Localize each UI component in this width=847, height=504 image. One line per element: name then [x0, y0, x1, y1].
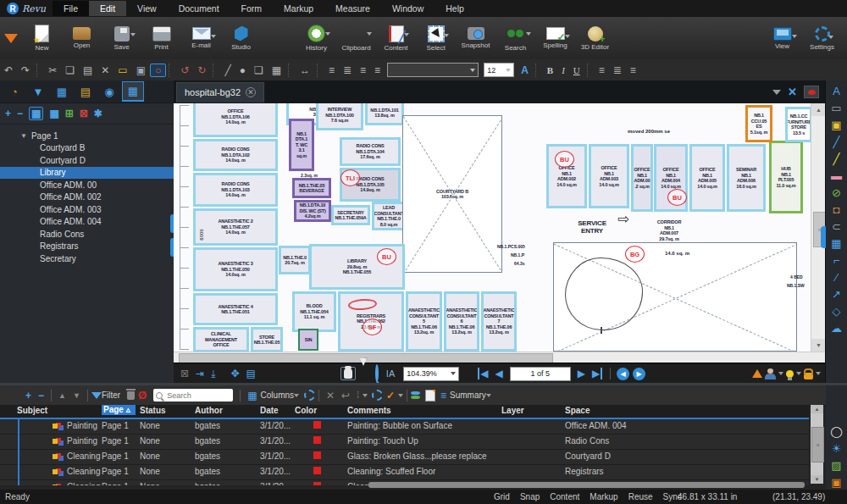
- scroll-down-icon[interactable]: ▼: [811, 339, 826, 352]
- filter-icon[interactable]: [91, 392, 102, 399]
- toolbar-button-clipboard[interactable]: Clipboard: [336, 17, 376, 59]
- columns-icon[interactable]: ▦: [247, 390, 257, 402]
- pages-button[interactable]: ❏: [250, 64, 268, 76]
- select-tool-button[interactable]: [360, 366, 367, 381]
- table-scroll-down-icon[interactable]: ▼: [811, 475, 823, 484]
- dropdown-caret-icon[interactable]: [828, 36, 833, 39]
- list-justify-button[interactable]: ≡: [370, 64, 385, 76]
- export-report-icon[interactable]: [425, 390, 435, 402]
- image-tool-icon[interactable]: ▨: [831, 460, 841, 471]
- column-header-status[interactable]: Status: [140, 406, 166, 415]
- dot-button[interactable]: ●: [235, 64, 250, 76]
- tree-item-office-adm-00[interactable]: Office ADM. 00: [0, 179, 174, 191]
- summary-dropdown-icon[interactable]: [486, 394, 491, 397]
- markup-annotation-bu[interactable]: BU: [377, 248, 396, 265]
- toolbar-button-studio[interactable]: Studio: [221, 17, 261, 59]
- column-header-space[interactable]: Space: [565, 406, 590, 415]
- status-toggle-reuse[interactable]: Reuse: [628, 492, 653, 501]
- next-view-button[interactable]: ▶: [633, 368, 645, 380]
- dimension-button[interactable]: ↔: [296, 64, 314, 76]
- align-center-button[interactable]: ≣: [609, 64, 626, 76]
- toolbar-button-content[interactable]: Content: [376, 17, 416, 59]
- copy-button[interactable]: ❏: [61, 64, 79, 76]
- close-document-button[interactable]: ✕: [788, 86, 797, 98]
- mesh-button[interactable]: ▦: [268, 64, 285, 76]
- table-row-2[interactable]: PaintingPage 1Nonebgates3/1/20...Paintin…: [0, 435, 809, 450]
- status-toggle-snap[interactable]: Snap: [520, 492, 540, 501]
- dropdown-caret-icon[interactable]: [792, 35, 797, 38]
- rotate-cw-button[interactable]: ↻: [193, 64, 210, 76]
- bold-button[interactable]: B: [543, 65, 557, 75]
- tree-item-library[interactable]: Library: [0, 167, 174, 180]
- columns-settings-icon[interactable]: [304, 390, 315, 401]
- hide-markups-icon[interactable]: Ø: [138, 389, 147, 402]
- first-page-button[interactable]: ◀: [478, 368, 488, 379]
- callout-tool-icon[interactable]: ⌐: [833, 255, 840, 266]
- toolbar-button-new[interactable]: New: [22, 17, 62, 59]
- comment-add-button[interactable]: ⊞: [65, 108, 74, 119]
- stamp-tool-icon[interactable]: ◘: [833, 204, 840, 215]
- align-right-button[interactable]: ≡: [626, 64, 640, 76]
- tree-expander-icon[interactable]: ▼: [20, 132, 27, 140]
- markup-annotation-bu[interactable]: BU: [555, 151, 574, 168]
- tree-item-office-adm-002[interactable]: Office ADM. 002: [0, 191, 174, 204]
- toolbar-button-print[interactable]: Print: [141, 17, 181, 59]
- pen-tool-icon[interactable]: ╱: [833, 136, 840, 147]
- add-markup-button[interactable]: +: [25, 390, 31, 402]
- tree-page-row[interactable]: ▼ Page 1: [0, 130, 174, 142]
- profile-dropdown-icon[interactable]: [778, 372, 783, 375]
- toolbar-button-spelling[interactable]: Spelling: [535, 17, 575, 59]
- strike-tool-icon[interactable]: ⊘: [832, 187, 841, 198]
- horizontal-scrollbar[interactable]: ≡: [174, 352, 825, 363]
- right-panel-collapse-handle[interactable]: [821, 226, 826, 248]
- markup-mode-icon[interactable]: [804, 86, 819, 98]
- spaces-b-button[interactable]: ▦: [49, 108, 58, 119]
- dropdown-caret-icon[interactable]: [211, 35, 216, 38]
- rotate-ccw-button[interactable]: ↺: [176, 64, 193, 76]
- last-page-button[interactable]: ▶: [592, 368, 602, 379]
- import-data-icon[interactable]: [411, 391, 420, 399]
- list-right-button[interactable]: ≡: [356, 64, 370, 76]
- arrow-tool-icon[interactable]: ↗: [832, 289, 841, 300]
- status-icon[interactable]: ⁞: [357, 390, 359, 400]
- tips-dropdown-icon[interactable]: [796, 372, 801, 375]
- pan-tool-button[interactable]: [340, 367, 356, 380]
- delete-markup-icon[interactable]: [127, 391, 135, 400]
- checkmark-icon[interactable]: ✓: [386, 390, 395, 402]
- font-color-button[interactable]: A: [517, 64, 533, 76]
- column-header-page[interactable]: Page ▵: [102, 405, 136, 415]
- page-indicator[interactable]: 1 of 5: [510, 367, 571, 381]
- menu-item-measure[interactable]: Measure: [324, 1, 381, 16]
- font-family-select[interactable]: [387, 63, 479, 77]
- add-button[interactable]: +: [5, 108, 11, 119]
- ellipse-tool-icon[interactable]: ◯: [830, 426, 843, 437]
- split-view-icon[interactable]: ▤: [246, 368, 256, 379]
- filter-label[interactable]: Filter: [102, 390, 120, 400]
- panel-up-icon[interactable]: [752, 369, 762, 378]
- toolbar-button-snapshot[interactable]: Snapshot: [456, 17, 495, 59]
- dropdown-caret-icon[interactable]: [404, 33, 409, 36]
- cloud-tool-icon[interactable]: ☁: [831, 323, 842, 334]
- undo-button[interactable]: ↶: [0, 64, 17, 76]
- summary-icon[interactable]: ≡: [440, 390, 446, 402]
- typewriter-tool-icon[interactable]: ▭: [831, 102, 841, 114]
- toolbar-button-search[interactable]: Search: [495, 17, 535, 59]
- checkmark-dropdown-icon[interactable]: [398, 394, 403, 397]
- line-tool-icon[interactable]: ∕: [835, 272, 837, 283]
- fit-width-icon[interactable]: ⇥: [196, 368, 204, 379]
- panel-tab-places[interactable]: ◉: [98, 81, 120, 102]
- attach-tool-icon[interactable]: ⊂: [832, 221, 841, 232]
- panel-tab-measurements[interactable]: ◔: [3, 81, 25, 102]
- column-header-date[interactable]: Date: [260, 406, 279, 415]
- tree-item-office-adm-003[interactable]: Office ADM. 003: [0, 203, 174, 216]
- close-view-icon[interactable]: ⊠: [180, 368, 189, 379]
- note-tool-icon[interactable]: ▣: [831, 119, 841, 130]
- column-header-comments[interactable]: Comments: [347, 406, 391, 415]
- reply-icon[interactable]: ↩: [341, 390, 350, 402]
- zoom-level-input[interactable]: 104.39%: [403, 367, 459, 381]
- menu-item-document[interactable]: Document: [168, 1, 230, 16]
- menu-item-view[interactable]: View: [126, 1, 168, 16]
- markup-annotation-bg[interactable]: BG: [625, 246, 645, 263]
- menu-item-markup[interactable]: Markup: [273, 1, 324, 16]
- highlighter-tool-icon[interactable]: ╱: [833, 153, 840, 164]
